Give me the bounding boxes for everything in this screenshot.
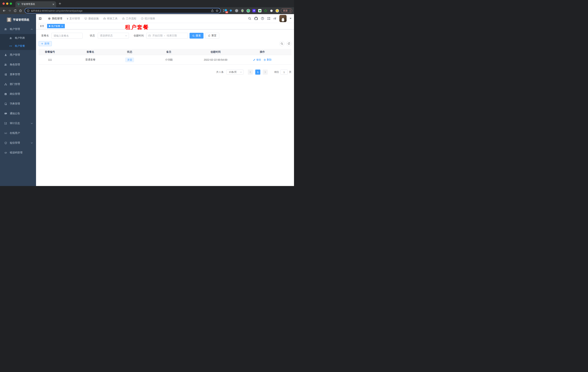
menu-label: 租户套餐 (15, 44, 25, 48)
broadcast-icon (4, 132, 7, 135)
page-size-select[interactable]: 10条/页 (226, 70, 243, 74)
chat-dots-icon (4, 112, 7, 115)
refresh-table-button[interactable] (286, 41, 292, 46)
extension-gem-icon[interactable] (229, 9, 233, 12)
chevron-left-icon (250, 71, 251, 73)
nav-item-workflow[interactable]: 工作流程 (122, 17, 136, 20)
sidebar-item-sms-management[interactable]: 短信管理 (0, 138, 36, 148)
reload-icon[interactable] (13, 8, 17, 13)
menu-label: 通知公告 (10, 112, 20, 115)
url-text: 127.0.0.1:48080/admin-ui/system/tenant/p… (31, 10, 209, 12)
browser-menu-icon[interactable] (289, 10, 291, 12)
sidebar-item-menu-management[interactable]: 菜单管理 (0, 70, 36, 79)
monitor-check-icon (84, 17, 87, 20)
sidebar-item-tenant-management[interactable]: 租户管理 (0, 24, 36, 34)
id-badge-icon (4, 93, 7, 96)
add-button[interactable]: 新增 (39, 41, 52, 46)
sidebar-item-dict-management[interactable]: 字典管理 (0, 99, 36, 109)
column-header: 状态 (119, 50, 140, 53)
tag-tenant-package[interactable]: 租户套餐 (47, 24, 65, 28)
toggle-search-button[interactable] (279, 41, 284, 46)
new-tab-button[interactable] (58, 2, 61, 5)
sidebar-item-user-management[interactable]: 用户管理 (0, 50, 36, 60)
peoples-icon (9, 37, 12, 40)
extensions-puzzle-icon[interactable] (270, 9, 273, 12)
sidebar-item-role-management[interactable]: 角色管理 (0, 60, 36, 70)
extension-chat-icon[interactable] (258, 9, 262, 12)
sidebar-logo[interactable]: 芋道管理系统 (0, 14, 36, 24)
chevron-down-icon (125, 35, 127, 36)
browser-update-button[interactable]: 更新 (281, 8, 292, 13)
extension-command-icon[interactable] (235, 9, 238, 12)
nav-item-reports[interactable]: 统计报表 (141, 17, 155, 20)
add-label: 新增 (44, 42, 49, 45)
nav-label: 工作流程 (126, 17, 136, 20)
sidebar-item-dept-management[interactable]: 部门管理 (0, 79, 36, 89)
forward-icon[interactable] (7, 8, 12, 13)
avatar-caret-icon[interactable] (290, 18, 292, 20)
window-controls (2, 2, 12, 5)
window-zoom-button[interactable] (10, 2, 12, 5)
sidebar-item-tenant-package[interactable]: 租户套餐 (0, 42, 36, 50)
fullscreen-icon[interactable] (267, 17, 271, 20)
nav-item-infrastructure[interactable]: 基础设施 (84, 17, 99, 20)
goto-page-input[interactable] (280, 70, 288, 74)
user-avatar[interactable] (279, 15, 287, 22)
nav-item-payment[interactable]: ¥ 支付管理 (67, 17, 80, 20)
reset-button[interactable]: 重置 (205, 33, 219, 39)
window-minimize-button[interactable] (6, 2, 8, 5)
back-icon[interactable] (2, 8, 7, 13)
edit-link[interactable]: 修改 (253, 58, 261, 61)
menu-label: 字典管理 (10, 102, 20, 106)
browser-tab[interactable]: 芋道管理系统 (15, 1, 56, 7)
nav-label: 统计报表 (145, 17, 155, 20)
sidebar-item-online-users[interactable]: 在线用户 (0, 128, 36, 138)
goto-unit: 页 (289, 70, 292, 74)
window-close-button[interactable] (2, 2, 5, 5)
prev-page-button[interactable] (248, 70, 253, 74)
sidebar-toggle-icon[interactable] (38, 17, 42, 20)
sidebar-item-tenant-list[interactable]: 租户列表 (0, 34, 36, 42)
nav-item-system[interactable]: 系统管理 (48, 17, 62, 20)
nav-item-dev-tools[interactable]: 研发工具 (103, 17, 117, 20)
status-select[interactable]: 请选择状态 (98, 33, 129, 39)
bookmark-star-icon[interactable] (216, 9, 219, 12)
tag-close-icon[interactable] (61, 25, 63, 27)
filter-date-label: 创建时间 (134, 34, 144, 37)
tag-home[interactable]: 首页 (38, 24, 46, 28)
date-range-picker[interactable]: 开始日期 - 结束日期 (146, 33, 188, 39)
font-size-icon[interactable]: TT (273, 17, 276, 20)
filter-bar: 套餐名 状态 请选择状态 创建时间 开始日期 - 结束日期 (39, 33, 292, 39)
package-name-input[interactable] (52, 33, 83, 39)
favicon-plant-icon (17, 3, 20, 6)
page-number-button[interactable]: 1 (255, 70, 260, 74)
delete-link[interactable]: 删除 (263, 58, 272, 61)
extension-diamond-icon[interactable]: 10 (223, 9, 227, 12)
search-icon[interactable] (248, 17, 251, 20)
cell-created-at: 2022-02-22 00:54:00 (198, 58, 233, 61)
extension-y-icon[interactable]: y (246, 9, 250, 12)
github-icon[interactable] (254, 17, 258, 20)
tree-list-icon (4, 73, 7, 76)
url-bar[interactable]: 127.0.0.1:48080/admin-ui/system/tenant/p… (25, 8, 221, 13)
help-icon[interactable] (261, 17, 264, 20)
extension-oval-icon[interactable] (241, 9, 244, 12)
refresh-icon (208, 35, 210, 37)
goto-label: 前往 (274, 70, 279, 74)
tab-close-icon[interactable] (52, 3, 54, 5)
extension-star-icon[interactable] (264, 9, 267, 12)
search-button[interactable]: 搜索 (189, 33, 203, 39)
sidebar-item-audit-log[interactable]: 审计日志 (0, 118, 36, 128)
home-icon[interactable] (18, 8, 23, 13)
sidebar-item-error-code[interactable]: 错误码管理 (0, 148, 36, 158)
trash-icon (263, 59, 266, 61)
sidebar-item-notice[interactable]: 通知公告 (0, 109, 36, 118)
site-info-icon[interactable] (27, 10, 30, 12)
extension-shield-icon[interactable] (252, 9, 256, 12)
calendar-icon (148, 34, 151, 37)
next-page-button[interactable] (263, 70, 268, 74)
share-icon[interactable] (211, 9, 214, 12)
profile-avatar-icon[interactable] (275, 9, 279, 12)
sidebar-title: 芋道管理系统 (13, 18, 29, 21)
sidebar-item-post-management[interactable]: 岗位管理 (0, 89, 36, 99)
